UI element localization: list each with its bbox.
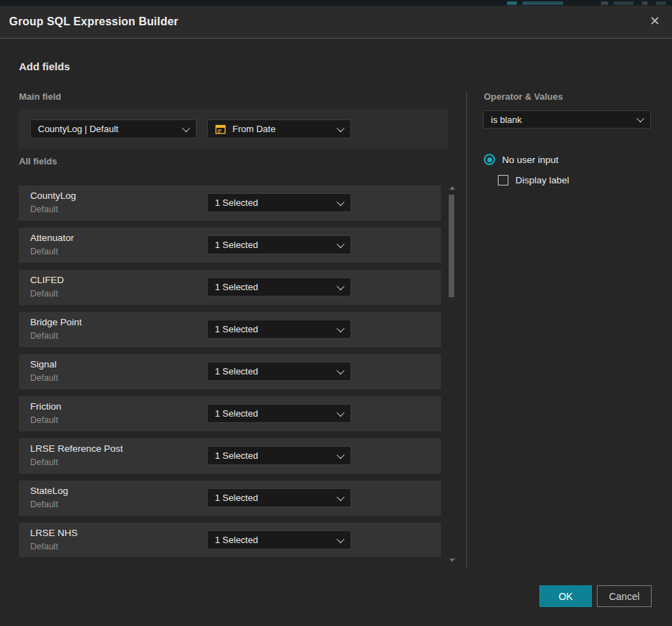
operator-values-label: Operator & Values (484, 91, 563, 102)
display-label-label: Display label (515, 175, 569, 185)
field-selection-value: 1 Selected (215, 324, 332, 334)
operator-value: is blank (491, 115, 632, 125)
background-fragment (601, 1, 608, 5)
field-subtitle: Default (30, 331, 58, 341)
field-selection-select[interactable]: 1 Selected (207, 320, 351, 339)
field-name: CLIFED (30, 275, 64, 285)
field-row-statelog: StateLog Default 1 Selected (19, 481, 441, 516)
background-app-strip (0, 0, 672, 6)
field-selection-select[interactable]: 1 Selected (207, 193, 351, 212)
field-name: CountyLog (30, 190, 76, 201)
chevron-down-icon (336, 493, 344, 500)
field-row-countylog: CountyLog Default 1 Selected (19, 185, 441, 221)
field-row-clifed: CLIFED Default 1 Selected (19, 270, 441, 305)
group-sql-expression-builder-dialog: Group SQL Expression Builder ✕ Add field… (0, 0, 672, 626)
field-selection-value: 1 Selected (215, 197, 332, 208)
triangle-up-icon[interactable] (449, 186, 455, 190)
chevron-down-icon (336, 282, 344, 289)
field-name: Bridge Point (30, 317, 82, 327)
field-selection-select[interactable]: 1 Selected (207, 235, 351, 254)
main-field-source-select[interactable]: CountyLog | Default (30, 119, 197, 138)
field-selection-select[interactable]: 1 Selected (207, 530, 351, 549)
chevron-down-icon (336, 124, 344, 131)
field-name: LRSE NHS (30, 528, 78, 538)
field-subtitle: Default (30, 204, 58, 214)
field-subtitle: Default (30, 247, 58, 256)
main-field-panel: CountyLog | Default From Date (19, 109, 448, 149)
field-subtitle: Default (30, 457, 58, 467)
field-name: Signal (30, 359, 57, 370)
background-fragment (614, 1, 633, 5)
field-selection-value: 1 Selected (215, 366, 332, 377)
field-selection-value: 1 Selected (215, 493, 332, 503)
calendar-date-icon (215, 124, 226, 135)
dialog-titlebar: Group SQL Expression Builder ✕ (0, 6, 672, 38)
chevron-down-icon (336, 324, 344, 332)
no-user-input-radio[interactable]: No user input (484, 154, 558, 165)
chevron-down-icon (182, 124, 190, 131)
field-row-lrse-reference-post: LRSE Reference Post Default 1 Selected (19, 438, 441, 474)
background-fragment (522, 1, 563, 5)
operator-select[interactable]: is blank (483, 110, 651, 129)
main-field-source-value: CountyLog | Default (38, 124, 178, 134)
chevron-down-icon (336, 450, 344, 458)
field-selection-value: 1 Selected (215, 450, 332, 461)
radio-selected-icon (484, 154, 495, 165)
field-selection-select[interactable]: 1 Selected (207, 488, 351, 507)
checkbox-unchecked-icon (498, 175, 508, 185)
field-row-bridge-point: Bridge Point Default 1 Selected (19, 312, 441, 347)
no-user-input-label: No user input (502, 155, 558, 165)
chevron-down-icon (336, 197, 344, 205)
list-scrollbar[interactable] (447, 183, 456, 566)
display-label-checkbox[interactable]: Display label (498, 175, 569, 185)
close-icon[interactable]: ✕ (650, 6, 660, 38)
field-name: Friction (30, 401, 61, 412)
field-selection-value: 1 Selected (215, 535, 332, 545)
field-name: Attenuator (30, 233, 74, 243)
scrollbar-thumb[interactable] (449, 195, 454, 297)
field-name: LRSE Reference Post (30, 443, 123, 454)
field-subtitle: Default (30, 500, 58, 509)
cancel-button[interactable]: Cancel (597, 585, 652, 607)
main-field-field-select[interactable]: From Date (207, 119, 351, 138)
main-field-label: Main field (19, 91, 61, 102)
chevron-down-icon (336, 408, 344, 416)
panel-divider (466, 91, 467, 569)
ok-button[interactable]: OK (539, 585, 592, 607)
field-name: StateLog (30, 485, 68, 496)
chevron-down-icon (336, 366, 344, 374)
field-row-signal: Signal Default 1 Selected (19, 354, 441, 389)
field-selection-select[interactable]: 1 Selected (207, 446, 351, 465)
background-fragment (507, 1, 517, 5)
field-subtitle: Default (30, 542, 58, 552)
dialog-title: Group SQL Expression Builder (9, 6, 178, 38)
field-selection-value: 1 Selected (215, 240, 332, 250)
main-field-field-value: From Date (232, 124, 332, 134)
field-selection-select[interactable]: 1 Selected (207, 404, 351, 423)
chevron-down-icon (636, 115, 644, 122)
field-subtitle: Default (30, 415, 58, 425)
field-selection-select[interactable]: 1 Selected (207, 278, 351, 296)
titlebar-divider (0, 38, 672, 39)
field-selection-value: 1 Selected (215, 282, 332, 292)
field-row-attenuator: Attenuator Default 1 Selected (19, 228, 441, 263)
field-selection-value: 1 Selected (215, 408, 332, 419)
triangle-down-icon[interactable] (449, 559, 455, 562)
background-fragment (642, 1, 647, 5)
field-row-friction: Friction Default 1 Selected (19, 396, 441, 431)
background-fragment (656, 1, 666, 5)
field-row-lrse-nhs: LRSE NHS Default 1 Selected (19, 523, 441, 557)
all-fields-list: CountyLog Default 1 Selected Attenuator … (19, 185, 441, 557)
all-fields-label: All fields (19, 156, 57, 167)
chevron-down-icon (336, 535, 344, 542)
field-selection-select[interactable]: 1 Selected (207, 362, 351, 381)
field-subtitle: Default (30, 373, 58, 383)
chevron-down-icon (336, 240, 344, 247)
add-fields-heading: Add fields (19, 60, 70, 72)
field-subtitle: Default (30, 289, 58, 299)
